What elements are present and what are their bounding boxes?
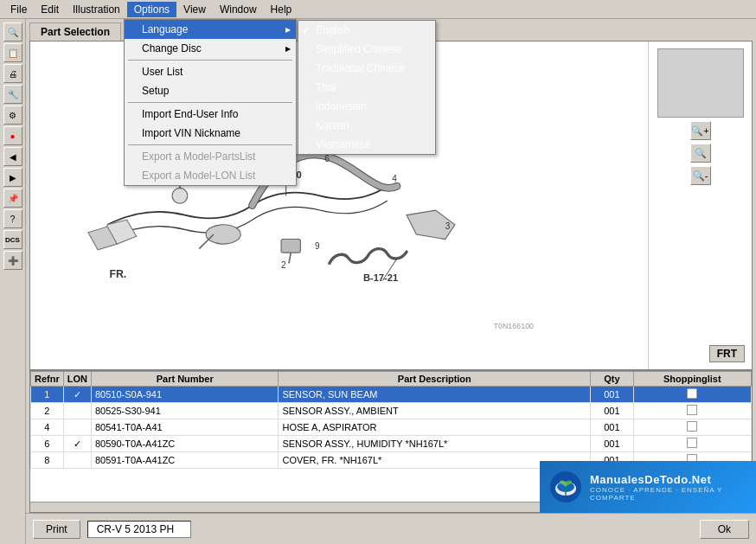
menu-edit[interactable]: Edit — [34, 2, 66, 17]
menu-window[interactable]: Window — [213, 2, 264, 17]
zoom-fit-button[interactable]: 🔍 — [690, 144, 711, 163]
menu-sep-3 — [128, 144, 292, 145]
cell-partnum: 80590-T0A-A41ZC — [91, 436, 278, 452]
cell-qty: 001 — [591, 403, 633, 419]
svg-point-5 — [172, 188, 188, 203]
sidebar-btn-prev[interactable]: ◀ — [3, 147, 22, 166]
cell-refnr: 6 — [31, 436, 64, 452]
cell-desc: SENSOR ASSY., HUMIDITY *NH167L* — [279, 436, 591, 452]
svg-text:FR.: FR. — [109, 268, 126, 280]
table-row[interactable]: 6 ✓ 80590-T0A-A41ZC SENSOR ASSY., HUMIDI… — [31, 436, 752, 452]
lang-vietnamese[interactable]: Vietnamese — [298, 135, 435, 154]
cell-partnum: 80510-S0A-941 — [91, 387, 278, 403]
menu-file[interactable]: File — [3, 2, 34, 17]
cell-partnum: 80541-T0A-A41 — [91, 419, 278, 436]
zoom-in-button[interactable]: 🔍+ — [690, 121, 711, 140]
menu-setup[interactable]: Setup — [125, 81, 296, 100]
menu-options[interactable]: Options — [127, 2, 176, 17]
cell-refnr: 8 — [31, 452, 64, 469]
sidebar-btn-list[interactable]: 📋 — [3, 43, 22, 62]
sidebar-btn-tool[interactable]: 🔧 — [3, 85, 22, 104]
menu-view[interactable]: View — [176, 2, 213, 17]
watermark-text: ManualesDeTodo.Net CONOCE · APRENDE · EN… — [590, 473, 747, 502]
tab-part-selection[interactable]: Part Selection — [29, 22, 121, 41]
table-row[interactable]: 4 80541-T0A-A41 HOSE A, ASPIRATOR 001 — [31, 419, 752, 436]
table-row[interactable]: 2 80525-S30-941 SENSOR ASSY., AMBIENT 00… — [31, 403, 752, 419]
cell-refnr: 2 — [31, 403, 64, 419]
cell-shop — [633, 436, 751, 452]
checkmark-icon: ✓ — [302, 24, 311, 36]
sidebar-btn-print[interactable]: 🖨 — [3, 64, 22, 83]
watermark-subtitle: CONOCE · APRENDE · ENSEÑA Y COMPARTE — [590, 486, 747, 502]
print-button[interactable]: Print — [33, 520, 80, 539]
cell-desc: SENSOR ASSY., AMBIENT — [279, 403, 591, 419]
cell-qty: 001 — [591, 419, 633, 436]
zoom-out-button[interactable]: 🔍- — [690, 166, 711, 185]
svg-text:6: 6 — [324, 154, 330, 163]
checkbox-shop[interactable] — [687, 438, 697, 448]
cell-lon — [63, 452, 91, 469]
col-header-desc: Part Description — [279, 372, 591, 387]
thumbnail-image — [657, 48, 744, 118]
cell-shop — [633, 403, 751, 419]
cell-qty: 001 — [591, 436, 633, 452]
table-row[interactable]: 1 ✓ 80510-S0A-941 SENSOR, SUN BEAM 001 — [31, 387, 752, 403]
svg-text:4: 4 — [392, 174, 397, 183]
lang-simplified-chinese[interactable]: Simplified Chinese — [298, 40, 435, 59]
options-menu[interactable]: Language ✓ English Simplified Chinese Tr… — [124, 19, 297, 186]
svg-text:T0N166100: T0N166100 — [494, 322, 535, 330]
sidebar-btn-red[interactable]: ● — [3, 126, 22, 145]
lang-indonesian[interactable]: Indonesian — [298, 97, 435, 116]
menu-export-partslist: Export a Model-PartsList — [125, 147, 296, 166]
cell-qty: 001 — [591, 387, 633, 403]
svg-text:B-17-21: B-17-21 — [363, 272, 398, 283]
sidebar-btn-help[interactable]: ? — [3, 209, 22, 228]
col-header-partnum: Part Number — [91, 372, 278, 387]
cell-lon — [63, 403, 91, 419]
cell-lon: ✓ — [63, 436, 91, 452]
cell-lon: ✓ — [63, 387, 91, 403]
menu-user-list[interactable]: User List — [125, 62, 296, 81]
cell-desc: SENSOR, SUN BEAM — [279, 387, 591, 403]
menubar: File Edit Illustration Options View Wind… — [0, 0, 756, 19]
checkbox-shop[interactable] — [687, 421, 697, 432]
sidebar-btn-dcs[interactable]: DCS — [3, 230, 22, 249]
menu-help[interactable]: Help — [264, 2, 299, 17]
cell-shop — [633, 419, 751, 436]
menu-change-disc[interactable]: Change Disc — [125, 39, 296, 58]
sidebar-btn-settings[interactable]: ⚙ — [3, 106, 22, 125]
cell-shop — [633, 387, 751, 403]
col-header-qty: Qty — [591, 372, 633, 387]
menu-sep-2 — [128, 102, 292, 103]
bottom-bar: Print CR-V 5 2013 PH Ok — [26, 513, 756, 544]
ok-button[interactable]: Ok — [700, 520, 749, 539]
watermark-title: ManualesDeTodo.Net — [590, 473, 747, 486]
watermark-logo-icon — [548, 470, 583, 504]
lang-english[interactable]: ✓ English — [298, 21, 435, 40]
sidebar-btn-next[interactable]: ▶ — [3, 168, 22, 187]
lang-korean[interactable]: Korean — [298, 116, 435, 135]
checkbox-shop[interactable] — [687, 388, 697, 399]
sidebar-btn-search[interactable]: 🔍 — [3, 22, 22, 42]
illustration-right-panel: 🔍+ 🔍 🔍- — [648, 42, 752, 369]
cell-partnum: 80591-T0A-A41ZC — [91, 452, 278, 469]
vehicle-label: CR-V 5 2013 PH — [87, 521, 191, 538]
menu-import-enduser[interactable]: Import End-User Info — [125, 105, 296, 124]
cell-desc: HOSE A, ASPIRATOR — [279, 419, 591, 436]
menu-import-vin[interactable]: Import VIN Nickname — [125, 124, 296, 143]
checkbox-shop[interactable] — [687, 405, 697, 415]
lang-traditional-chinese[interactable]: Traditional Chinese — [298, 59, 435, 78]
sidebar-btn-pin[interactable]: 📌 — [3, 189, 22, 208]
sidebar: 🔍 📋 🖨 🔧 ⚙ ● ◀ ▶ 📌 ? DCS ➕ — [0, 19, 26, 544]
sidebar-btn-add[interactable]: ➕ — [3, 251, 22, 270]
menu-illustration[interactable]: Illustration — [66, 2, 127, 17]
svg-rect-3 — [281, 240, 300, 253]
col-header-lon: LON — [63, 372, 91, 387]
cell-refnr: 1 — [31, 387, 64, 403]
svg-text:3: 3 — [445, 221, 451, 231]
language-submenu[interactable]: ✓ English Simplified Chinese Traditional… — [298, 20, 436, 155]
parts-table: Refnr LON Part Number Part Description Q… — [30, 371, 752, 469]
lang-thai[interactable]: Thai — [298, 78, 435, 97]
cell-refnr: 4 — [31, 419, 64, 436]
menu-language[interactable]: Language ✓ English Simplified Chinese Tr… — [125, 20, 296, 39]
